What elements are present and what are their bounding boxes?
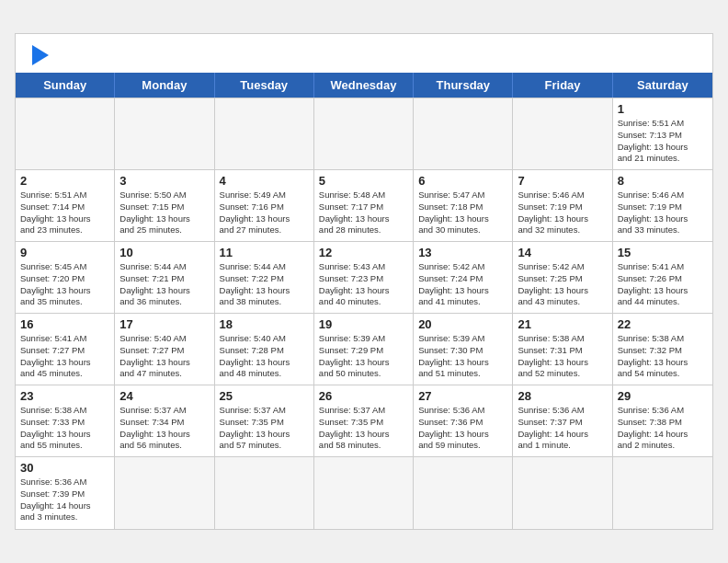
day-cell <box>115 98 214 170</box>
day-info: Sunrise: 5:43 AM Sunset: 7:23 PM Dayligh… <box>319 261 408 308</box>
day-cell: 8Sunrise: 5:46 AM Sunset: 7:19 PM Daylig… <box>613 170 712 242</box>
day-cell: 25Sunrise: 5:37 AM Sunset: 7:35 PM Dayli… <box>215 385 314 457</box>
day-cell: 5Sunrise: 5:48 AM Sunset: 7:17 PM Daylig… <box>314 170 414 242</box>
day-cell <box>613 457 712 529</box>
day-cell: 24Sunrise: 5:37 AM Sunset: 7:34 PM Dayli… <box>115 385 214 457</box>
day-number: 28 <box>518 389 607 403</box>
day-number: 16 <box>20 317 109 331</box>
day-cell: 16Sunrise: 5:41 AM Sunset: 7:27 PM Dayli… <box>16 314 115 385</box>
day-cell <box>513 98 612 170</box>
day-cell: 14Sunrise: 5:42 AM Sunset: 7:25 PM Dayli… <box>513 242 612 314</box>
day-number: 26 <box>319 389 408 403</box>
day-number: 1 <box>618 102 708 116</box>
day-cell: 7Sunrise: 5:46 AM Sunset: 7:19 PM Daylig… <box>513 170 612 242</box>
day-headers: SundayMondayTuesdayWednesdayThursdayFrid… <box>16 73 712 98</box>
day-number: 11 <box>220 246 309 259</box>
day-cell: 21Sunrise: 5:38 AM Sunset: 7:31 PM Dayli… <box>513 314 612 385</box>
day-number: 19 <box>319 317 408 331</box>
day-cell: 23Sunrise: 5:38 AM Sunset: 7:33 PM Dayli… <box>16 385 115 457</box>
day-info: Sunrise: 5:46 AM Sunset: 7:19 PM Dayligh… <box>618 190 708 236</box>
day-number: 27 <box>418 389 507 403</box>
day-header-thursday: Thursday <box>414 73 513 98</box>
day-info: Sunrise: 5:51 AM Sunset: 7:13 PM Dayligh… <box>618 118 708 165</box>
day-number: 25 <box>220 389 309 403</box>
calendar-container: SundayMondayTuesdayWednesdayThursdayFrid… <box>15 33 713 530</box>
day-cell <box>414 457 513 529</box>
day-info: Sunrise: 5:41 AM Sunset: 7:26 PM Dayligh… <box>618 261 708 308</box>
header <box>16 34 712 73</box>
day-number: 7 <box>518 174 607 188</box>
day-cell <box>314 457 414 529</box>
day-cell <box>215 98 314 170</box>
day-number: 20 <box>418 317 507 331</box>
day-number: 17 <box>119 317 209 331</box>
day-info: Sunrise: 5:42 AM Sunset: 7:24 PM Dayligh… <box>418 261 507 308</box>
day-info: Sunrise: 5:50 AM Sunset: 7:15 PM Dayligh… <box>119 190 209 236</box>
calendar-grid: 1Sunrise: 5:51 AM Sunset: 7:13 PM Daylig… <box>16 98 712 529</box>
day-number: 24 <box>119 389 209 403</box>
day-number: 8 <box>618 174 708 188</box>
day-cell: 26Sunrise: 5:37 AM Sunset: 7:35 PM Dayli… <box>314 385 414 457</box>
day-cell: 4Sunrise: 5:49 AM Sunset: 7:16 PM Daylig… <box>215 170 314 242</box>
day-cell: 22Sunrise: 5:38 AM Sunset: 7:32 PM Dayli… <box>613 314 712 385</box>
day-cell <box>115 457 214 529</box>
day-info: Sunrise: 5:36 AM Sunset: 7:36 PM Dayligh… <box>418 405 507 452</box>
day-header-tuesday: Tuesday <box>215 73 314 98</box>
day-number: 18 <box>220 317 309 331</box>
day-number: 9 <box>20 246 109 259</box>
day-info: Sunrise: 5:40 AM Sunset: 7:28 PM Dayligh… <box>220 333 309 380</box>
day-info: Sunrise: 5:40 AM Sunset: 7:27 PM Dayligh… <box>119 333 209 380</box>
day-cell <box>314 98 414 170</box>
day-number: 5 <box>319 174 408 188</box>
day-info: Sunrise: 5:51 AM Sunset: 7:14 PM Dayligh… <box>20 190 109 236</box>
day-number: 12 <box>319 246 408 259</box>
day-cell: 2Sunrise: 5:51 AM Sunset: 7:14 PM Daylig… <box>16 170 115 242</box>
day-number: 14 <box>518 246 607 259</box>
day-number: 23 <box>20 389 109 403</box>
logo-triangle-icon <box>32 45 49 65</box>
day-number: 2 <box>20 174 109 188</box>
day-number: 6 <box>418 174 507 188</box>
day-info: Sunrise: 5:38 AM Sunset: 7:33 PM Dayligh… <box>20 405 109 452</box>
day-info: Sunrise: 5:36 AM Sunset: 7:38 PM Dayligh… <box>618 405 708 452</box>
day-info: Sunrise: 5:44 AM Sunset: 7:21 PM Dayligh… <box>119 261 209 308</box>
day-cell: 20Sunrise: 5:39 AM Sunset: 7:30 PM Dayli… <box>414 314 513 385</box>
day-number: 15 <box>618 246 708 259</box>
day-info: Sunrise: 5:44 AM Sunset: 7:22 PM Dayligh… <box>220 261 309 308</box>
day-number: 4 <box>220 174 309 188</box>
day-number: 10 <box>119 246 209 259</box>
day-info: Sunrise: 5:42 AM Sunset: 7:25 PM Dayligh… <box>518 261 607 308</box>
day-cell: 17Sunrise: 5:40 AM Sunset: 7:27 PM Dayli… <box>115 314 214 385</box>
day-cell <box>513 457 612 529</box>
day-number: 13 <box>418 246 507 259</box>
day-info: Sunrise: 5:38 AM Sunset: 7:31 PM Dayligh… <box>518 333 607 380</box>
day-cell: 6Sunrise: 5:47 AM Sunset: 7:18 PM Daylig… <box>414 170 513 242</box>
day-header-friday: Friday <box>513 73 612 98</box>
day-cell <box>414 98 513 170</box>
day-cell: 1Sunrise: 5:51 AM Sunset: 7:13 PM Daylig… <box>613 98 712 170</box>
day-number: 3 <box>119 174 209 188</box>
day-cell: 30Sunrise: 5:36 AM Sunset: 7:39 PM Dayli… <box>16 457 115 529</box>
day-info: Sunrise: 5:47 AM Sunset: 7:18 PM Dayligh… <box>418 190 507 236</box>
logo <box>30 45 49 65</box>
day-info: Sunrise: 5:37 AM Sunset: 7:35 PM Dayligh… <box>220 405 309 452</box>
day-cell: 3Sunrise: 5:50 AM Sunset: 7:15 PM Daylig… <box>115 170 214 242</box>
day-cell <box>16 98 115 170</box>
day-number: 29 <box>618 389 708 403</box>
day-header-wednesday: Wednesday <box>314 73 414 98</box>
day-cell: 15Sunrise: 5:41 AM Sunset: 7:26 PM Dayli… <box>613 242 712 314</box>
day-cell: 9Sunrise: 5:45 AM Sunset: 7:20 PM Daylig… <box>16 242 115 314</box>
day-header-saturday: Saturday <box>613 73 712 98</box>
day-info: Sunrise: 5:41 AM Sunset: 7:27 PM Dayligh… <box>20 333 109 380</box>
day-info: Sunrise: 5:36 AM Sunset: 7:39 PM Dayligh… <box>20 477 109 523</box>
day-cell: 28Sunrise: 5:36 AM Sunset: 7:37 PM Dayli… <box>513 385 612 457</box>
day-info: Sunrise: 5:37 AM Sunset: 7:35 PM Dayligh… <box>319 405 408 452</box>
day-cell: 12Sunrise: 5:43 AM Sunset: 7:23 PM Dayli… <box>314 242 414 314</box>
day-cell: 27Sunrise: 5:36 AM Sunset: 7:36 PM Dayli… <box>414 385 513 457</box>
day-header-monday: Monday <box>115 73 214 98</box>
day-info: Sunrise: 5:49 AM Sunset: 7:16 PM Dayligh… <box>220 190 309 236</box>
day-cell: 11Sunrise: 5:44 AM Sunset: 7:22 PM Dayli… <box>215 242 314 314</box>
day-info: Sunrise: 5:36 AM Sunset: 7:37 PM Dayligh… <box>518 405 607 452</box>
day-info: Sunrise: 5:48 AM Sunset: 7:17 PM Dayligh… <box>319 190 408 236</box>
day-cell: 19Sunrise: 5:39 AM Sunset: 7:29 PM Dayli… <box>314 314 414 385</box>
